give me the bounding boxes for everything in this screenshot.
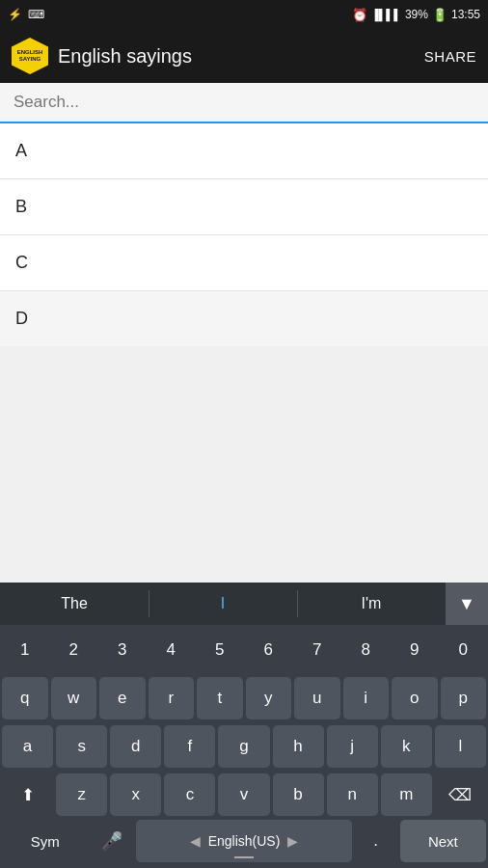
key-s[interactable]: s	[56, 725, 107, 768]
lang-right-arrow: ▶	[287, 833, 298, 849]
collapse-keyboard-button[interactable]: ▼	[446, 583, 488, 625]
key-8[interactable]: 8	[343, 629, 390, 671]
app-title: English sayings	[58, 45, 415, 68]
lang-label: English(US)	[208, 833, 281, 849]
key-v[interactable]: v	[218, 773, 269, 816]
key-d[interactable]: d	[110, 725, 161, 768]
key-i[interactable]: i	[343, 677, 390, 719]
app-logo: ENGLISH SAYING	[12, 38, 48, 74]
key-t[interactable]: t	[197, 677, 243, 719]
keyboard-icon: ⌨	[28, 8, 44, 21]
search-bar	[0, 83, 488, 123]
list-item[interactable]: A	[0, 123, 488, 179]
key-r[interactable]: r	[149, 677, 195, 719]
key-6[interactable]: 6	[246, 629, 292, 671]
key-c[interactable]: c	[164, 773, 215, 816]
key-p[interactable]: p	[441, 677, 487, 719]
app-bar: ENGLISH SAYING English sayings SHARE	[0, 29, 488, 83]
search-input[interactable]	[14, 93, 474, 112]
alarm-icon: ⏰	[352, 8, 367, 22]
key-0[interactable]: 0	[441, 629, 487, 671]
key-n[interactable]: n	[327, 773, 378, 816]
asdf-row: a s d f g h j k l	[0, 721, 488, 770]
share-button[interactable]: SHARE	[424, 48, 476, 65]
key-9[interactable]: 9	[392, 629, 438, 671]
period-key[interactable]: .	[355, 820, 397, 862]
key-7[interactable]: 7	[294, 629, 340, 671]
key-o[interactable]: o	[392, 677, 438, 719]
zxcv-row: ⬆ z x c v b n m ⌫	[0, 770, 488, 818]
key-h[interactable]: h	[273, 725, 324, 768]
list-item[interactable]: C	[0, 235, 488, 291]
suggestion-the[interactable]: The	[0, 583, 149, 625]
mic-key[interactable]: 🎤	[91, 820, 133, 862]
backspace-icon: ⌫	[448, 785, 472, 805]
key-z[interactable]: z	[56, 773, 107, 816]
shift-icon: ⬆	[21, 785, 35, 805]
sym-key[interactable]: Sym	[2, 820, 88, 862]
language-key[interactable]: ◀ English(US) ▶	[136, 820, 351, 862]
mic-icon: 🎤	[101, 830, 122, 852]
key-u[interactable]: u	[294, 677, 340, 719]
key-5[interactable]: 5	[197, 629, 243, 671]
key-x[interactable]: x	[110, 773, 161, 816]
lang-underline	[234, 856, 254, 858]
key-w[interactable]: w	[51, 677, 97, 719]
suggestion-im[interactable]: I'm	[297, 583, 446, 625]
list-container: A B C D	[0, 123, 488, 346]
key-f[interactable]: f	[164, 725, 215, 768]
key-j[interactable]: j	[327, 725, 378, 768]
key-b[interactable]: b	[273, 773, 324, 816]
key-3[interactable]: 3	[99, 629, 146, 671]
battery-text: 39%	[405, 8, 428, 21]
usb-icon: ⚡	[8, 8, 22, 21]
key-l[interactable]: l	[435, 725, 486, 768]
status-right-icons: ⏰ ▐▌▌▌ 39% 🔋 13:55	[352, 8, 480, 22]
key-e[interactable]: e	[99, 677, 146, 719]
list-item[interactable]: D	[0, 291, 488, 346]
list-item[interactable]: B	[0, 179, 488, 235]
signal-icon: ▐▌▌▌	[371, 9, 401, 20]
bottom-row: Sym 🎤 ◀ English(US) ▶ . Next	[0, 818, 488, 868]
key-q[interactable]: q	[2, 677, 48, 719]
next-key[interactable]: Next	[400, 820, 486, 862]
status-left-icons: ⚡ ⌨	[8, 8, 44, 21]
lang-left-arrow: ◀	[190, 833, 201, 849]
key-g[interactable]: g	[218, 725, 269, 768]
qwerty-row: q w e r t y u i o p	[0, 673, 488, 721]
key-2[interactable]: 2	[51, 629, 97, 671]
key-k[interactable]: k	[381, 725, 432, 768]
key-y[interactable]: y	[246, 677, 292, 719]
shift-key[interactable]: ⬆	[2, 773, 53, 816]
key-m[interactable]: m	[381, 773, 432, 816]
suggestion-i[interactable]: I	[149, 583, 297, 625]
status-bar: ⚡ ⌨ ⏰ ▐▌▌▌ 39% 🔋 13:55	[0, 0, 488, 29]
backspace-key[interactable]: ⌫	[435, 773, 486, 816]
keyboard: The I I'm ▼ 1 2 3 4 5 6 7 8 9 0 q w e r …	[0, 583, 488, 868]
key-4[interactable]: 4	[149, 629, 195, 671]
time-display: 13:55	[451, 8, 480, 21]
suggestions-bar: The I I'm ▼	[0, 583, 488, 625]
key-1[interactable]: 1	[2, 629, 48, 671]
key-a[interactable]: a	[2, 725, 53, 768]
number-row: 1 2 3 4 5 6 7 8 9 0	[0, 625, 488, 673]
battery-icon: 🔋	[432, 8, 447, 22]
